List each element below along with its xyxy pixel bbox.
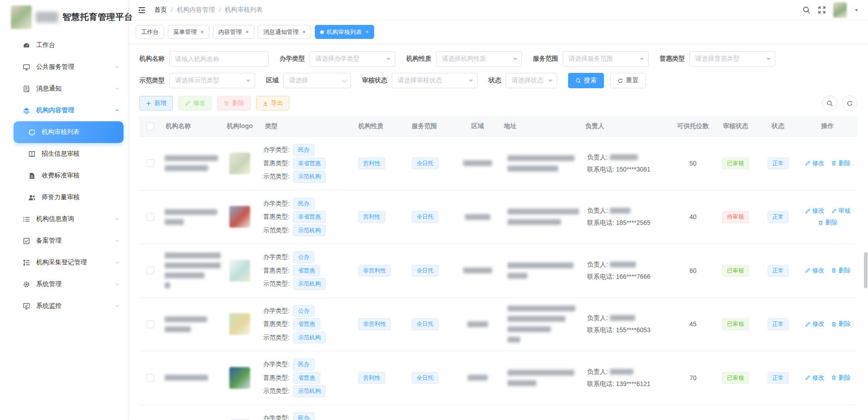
- row-checkbox[interactable]: [147, 374, 154, 382]
- search-button[interactable]: 搜索: [568, 73, 604, 88]
- action-edit-link[interactable]: 修改: [805, 159, 825, 167]
- close-tab-icon[interactable]: ×: [302, 29, 306, 35]
- filter-status: 状态 请选择状态: [489, 73, 557, 88]
- action-label: 修改: [812, 267, 825, 275]
- sidebar-subitem[interactable]: 招生信息审核: [0, 143, 128, 165]
- action-label: 删除: [839, 267, 851, 275]
- org-logo: [229, 206, 250, 228]
- tab-chip[interactable]: 消息通知管理×: [258, 25, 311, 39]
- region-select[interactable]: 请选择: [283, 73, 351, 88]
- action-delete-link[interactable]: 删除: [818, 219, 838, 227]
- select-placeholder: 请选择机构性质: [442, 55, 486, 63]
- type-badge: 民办: [293, 144, 314, 156]
- redacted-text: [467, 321, 488, 327]
- leader-cell: 负责人: 联系电话: 155****6053: [581, 312, 673, 336]
- export-button[interactable]: 导出: [256, 96, 289, 110]
- fullscreen-icon[interactable]: [818, 6, 826, 14]
- edit-button[interactable]: 修改: [178, 96, 212, 110]
- action-delete-link[interactable]: 删除: [831, 159, 851, 167]
- leader-cell: 负责人: 联系电话: 150****3081: [581, 151, 673, 176]
- action-audit-link[interactable]: 审核: [831, 207, 851, 215]
- refresh-table-button[interactable]: [842, 95, 857, 111]
- sidebar-item[interactable]: 机构内容管理: [0, 100, 128, 121]
- tab-chip[interactable]: 内容管理×: [213, 25, 255, 39]
- page-scrollbar[interactable]: [863, 0, 868, 420]
- add-button[interactable]: 新增: [139, 96, 173, 110]
- show-search-button[interactable]: [822, 95, 837, 111]
- sidebar-item[interactable]: 机构信息查询: [0, 208, 128, 230]
- delete-button[interactable]: 删除: [217, 96, 251, 110]
- tab-label: 机构审核列表: [327, 28, 362, 36]
- action-edit-link[interactable]: 修改: [805, 374, 825, 382]
- action-edit-link[interactable]: 修改: [805, 267, 825, 275]
- sidebar-menu: 工作台公共服务管理消息通知机构内容管理机构审核列表招生信息审核收费标准审核师资力…: [0, 34, 128, 317]
- tab-chip[interactable]: 工作台: [136, 25, 164, 39]
- close-tab-icon[interactable]: ×: [365, 29, 369, 35]
- search-icon[interactable]: [802, 6, 811, 14]
- sidebar-item[interactable]: 工作台: [0, 34, 128, 56]
- reset-button[interactable]: 重置: [610, 73, 646, 88]
- leader-line: 负责人:: [587, 205, 673, 217]
- service-badge: 全日托: [412, 158, 439, 170]
- close-tab-icon[interactable]: ×: [246, 29, 249, 35]
- reset-button-label: 重置: [626, 76, 639, 85]
- redacted-text: [165, 262, 221, 268]
- topbar: 首页/机构内容管理/机构审核列表: [128, 0, 868, 20]
- tab-chip[interactable]: 菜单管理×: [168, 25, 209, 39]
- shifan-type-select[interactable]: 请选择示范类型: [169, 73, 255, 88]
- action-edit-link[interactable]: 修改: [805, 320, 825, 328]
- sidebar-subitem[interactable]: 收费标准审核: [0, 165, 128, 186]
- sidebar-item[interactable]: 机构采集登记管理: [0, 252, 128, 273]
- close-tab-icon[interactable]: ×: [200, 29, 204, 35]
- redacted-text: [165, 209, 217, 215]
- doc-icon: [28, 172, 36, 180]
- scrollbar-thumb[interactable]: [864, 252, 868, 288]
- breadcrumb-item[interactable]: 首页: [154, 6, 167, 14]
- sidebar-subitem[interactable]: 师资力量审核: [0, 186, 128, 208]
- type-badge: 省普惠: [293, 372, 320, 384]
- caret-down-icon[interactable]: [854, 8, 859, 13]
- column-header: 负责人: [581, 122, 673, 130]
- sidebar: 智慧托育管理平台 工作台公共服务管理消息通知机构内容管理机构审核列表招生信息审核…: [0, 0, 128, 420]
- row-checkbox[interactable]: [147, 267, 154, 274]
- sidebar-subitem[interactable]: 机构审核列表: [14, 121, 123, 143]
- service-badge: 全日托: [412, 372, 439, 384]
- select-all-checkbox[interactable]: [147, 123, 154, 130]
- redacted-text: [465, 214, 490, 220]
- collapse-menu-icon[interactable]: [138, 6, 146, 14]
- row-checkbox[interactable]: [147, 320, 154, 328]
- column-header: 机构logo: [219, 122, 261, 130]
- book-icon: [28, 150, 36, 158]
- filter-puhui-type: 普惠类型 请选择普惠类型: [659, 51, 775, 67]
- status-badge: 正常: [768, 211, 789, 223]
- sidebar-item[interactable]: 消息通知: [0, 78, 128, 100]
- action-edit-link[interactable]: 修改: [805, 207, 825, 215]
- row-checkbox[interactable]: [147, 159, 154, 167]
- status-select[interactable]: 请选择状态: [506, 73, 557, 88]
- gear-icon: [23, 281, 30, 288]
- row-checkbox[interactable]: [147, 213, 154, 221]
- action-delete-link[interactable]: 删除: [831, 374, 851, 382]
- org-logo: [229, 260, 250, 282]
- tab-chip[interactable]: 机构审核列表×: [315, 25, 375, 39]
- puhui-type-select[interactable]: 请选择普惠类型: [689, 51, 775, 67]
- avatar[interactable]: [833, 2, 847, 18]
- service-scope-select[interactable]: 请选择服务范围: [563, 51, 649, 67]
- sidebar-item[interactable]: 备案管理: [0, 230, 128, 252]
- org-name-input[interactable]: [169, 51, 269, 67]
- action-delete-link[interactable]: 删除: [831, 320, 851, 328]
- banxue-type-select[interactable]: 请选择办学类型: [309, 51, 395, 67]
- leader-cell: 负责人: 联系电话: 185****2565: [581, 205, 673, 229]
- org-nature-select[interactable]: 请选择机构性质: [436, 51, 522, 67]
- action-delete-link[interactable]: 删除: [831, 267, 851, 275]
- sidebar-item[interactable]: 系统监控: [0, 295, 128, 317]
- type-cell: 办学类型:民办普惠类型:非省普惠示范类型:示范机构: [261, 411, 354, 420]
- action-label: 删除: [825, 219, 838, 227]
- nature-cell: 非营利性: [354, 265, 407, 277]
- audit-status-select[interactable]: 请选择审核状态: [392, 73, 478, 88]
- redacted-text: [508, 380, 536, 386]
- nature-badge: 营利性: [358, 158, 385, 170]
- type-badge: 示范机构: [293, 171, 326, 183]
- sidebar-item[interactable]: 公共服务管理: [0, 56, 128, 78]
- sidebar-item[interactable]: 系统管理: [0, 273, 128, 295]
